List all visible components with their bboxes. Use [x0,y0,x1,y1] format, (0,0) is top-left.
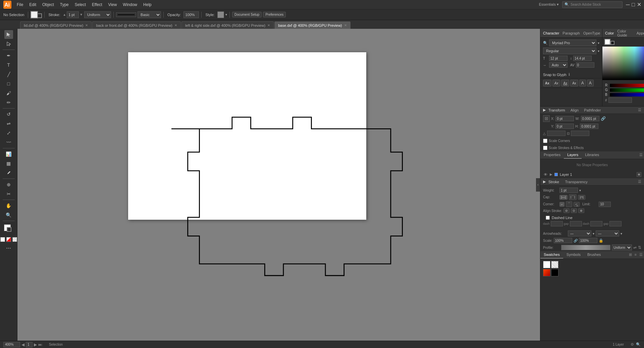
swatches-list-icon[interactable]: ≡ [633,251,638,259]
zoom-input[interactable] [3,342,20,347]
status-icon-2[interactable]: 🔍 [636,342,641,347]
menu-type[interactable]: Type [57,2,71,8]
scale-start-input[interactable] [554,238,572,243]
text-tool[interactable]: T [4,61,13,69]
corner-bevel-btn[interactable]: ⌐̲ [574,202,580,207]
warp-tool[interactable]: 〰 [4,138,13,147]
color-controls[interactable] [3,224,14,234]
font-size-input[interactable] [549,56,568,61]
line-tool[interactable]: ╱ [4,70,13,79]
swatch-white[interactable] [543,261,550,268]
weight-dropdown[interactable]: ▾ [579,189,581,192]
profile-select[interactable]: Uniform [612,245,632,251]
menu-window[interactable]: Window [120,2,140,8]
char-btn-3[interactable]: Ax [570,80,578,86]
snap-info-icon[interactable]: ℹ [569,72,570,77]
stroke-color[interactable] [37,13,42,18]
profile-flip-v[interactable]: ⇅ [638,245,641,250]
color-tab-guide[interactable]: Color Guide [617,29,633,37]
menu-select[interactable]: Select [72,2,89,8]
char-tab-paragraph[interactable]: Paragraph [562,31,580,35]
tab-back[interactable]: back or front.dxf @ 400% (RGB/GPU Previe… [92,21,181,29]
zoom-next-btn[interactable]: ▶ [34,342,37,347]
swatches-tab[interactable]: Swatches [540,251,563,259]
layer-expand-icon[interactable]: ▶ [550,172,552,176]
close-tab-sides[interactable]: ✕ [267,23,270,27]
panel-collapse-btn[interactable]: ‹ [536,178,540,192]
stroke-weight-panel-input[interactable] [559,188,578,193]
stroke-style-select[interactable]: Uniform [84,11,111,18]
none-swatch[interactable] [0,237,5,242]
g-slider[interactable] [610,88,644,92]
page-input[interactable] [26,342,33,347]
kerning-input[interactable] [576,62,594,68]
scissors-tool[interactable]: ✂ [4,190,13,198]
char-btn-1[interactable]: Ax [552,80,560,86]
swatch-black[interactable] [551,269,558,276]
align-tab[interactable]: Align [571,108,579,112]
layer-eye-icon[interactable]: 👁 [543,172,548,177]
swatches-menu[interactable]: ☰ [638,251,644,259]
style-dropdown[interactable]: ▾ [225,13,227,16]
b-slider[interactable] [610,93,644,96]
menu-edit[interactable]: Edit [26,2,39,8]
stroke-box[interactable] [7,227,11,232]
dash-input-2[interactable] [590,221,602,226]
gap-input-1[interactable] [570,221,582,226]
stroke-weight-input[interactable] [67,11,79,18]
status-icon-1[interactable]: ⚙ [631,342,634,347]
brushes-tab[interactable]: Brushes [584,251,604,259]
minimize-btn[interactable]: ─ [626,2,630,8]
transform-menu[interactable]: ☰ [638,108,641,112]
constrain-icon[interactable]: 🔗 [601,116,606,121]
arrowhead-end-select[interactable]: — [596,230,619,236]
style-swatch[interactable] [217,11,224,18]
align-inside-btn[interactable]: ⊙ [571,208,577,213]
swatch-none[interactable] [551,261,558,268]
arrowhead-start-select[interactable]: — [568,230,591,236]
layers-tab[interactable]: Layers [564,151,582,159]
transform-header[interactable]: ▶ Transform Align Pathfinder ☰ [540,107,644,114]
limit-input[interactable] [599,202,611,207]
char-tab-opentype[interactable]: OpenType [583,31,600,35]
scale-end-input[interactable] [579,238,597,243]
menu-object[interactable]: Object [40,2,57,8]
gradient-tool[interactable]: ▦ [4,159,13,168]
stroke-panel-header[interactable]: ▶ Stroke Transparency ☰ [540,178,644,186]
x-input[interactable] [555,116,574,121]
rotate-tool[interactable]: ↺ [4,110,13,119]
cap-round-btn[interactable]: |⌒| [569,194,577,200]
preferences-btn[interactable]: Preferences [263,12,286,17]
hand-tool[interactable]: ✋ [4,201,13,210]
corner-round-btn[interactable]: ⌒ [566,201,572,207]
shape-tool[interactable]: □ [4,79,13,88]
tab-base[interactable]: base.dxf @ 400% (RGB/GPU Preview) ✕ [274,21,350,29]
leading-select[interactable]: Auto [549,62,568,68]
color-spectrum[interactable] [602,47,644,80]
align-center-btn[interactable]: ⊝ [564,208,570,213]
h-input[interactable] [580,124,598,129]
document-setup-btn[interactable]: Document Setup [232,12,262,17]
stroke-weight-ctrl[interactable]: ▲ ▼ [63,11,83,18]
zoom-tool[interactable]: 🔍 [4,211,13,219]
fill-color[interactable] [31,11,38,18]
close-tab-lid[interactable]: ✕ [85,23,88,27]
char-btn-2[interactable]: Ax [561,80,569,86]
layers-menu[interactable]: ☰ [638,151,644,159]
char-tab-character[interactable]: Character [543,31,559,35]
zoom-prev-btn[interactable]: ◀ [21,342,24,347]
hex-input[interactable]: ffffff [608,97,632,103]
scale-tool[interactable]: ⤢ [4,129,13,137]
menu-help[interactable]: Help [141,2,154,8]
close-tab-base[interactable]: ✕ [344,23,347,27]
transparency-title[interactable]: Transparency [565,180,588,184]
swatch-red[interactable] [543,269,550,276]
libraries-tab[interactable]: Libraries [582,151,602,159]
transform-reference-point[interactable] [543,115,550,122]
close-btn[interactable]: ✕ [637,1,641,8]
align-outside-btn[interactable]: ⊚ [578,208,584,213]
profile-flip-h[interactable]: ⇌ [633,245,637,250]
stroke-color-swatch[interactable] [610,41,614,45]
layer-1-row[interactable]: 👁 ▶ Layer 1 [540,171,644,178]
pathfinder-tab[interactable]: Pathfinder [584,108,601,112]
